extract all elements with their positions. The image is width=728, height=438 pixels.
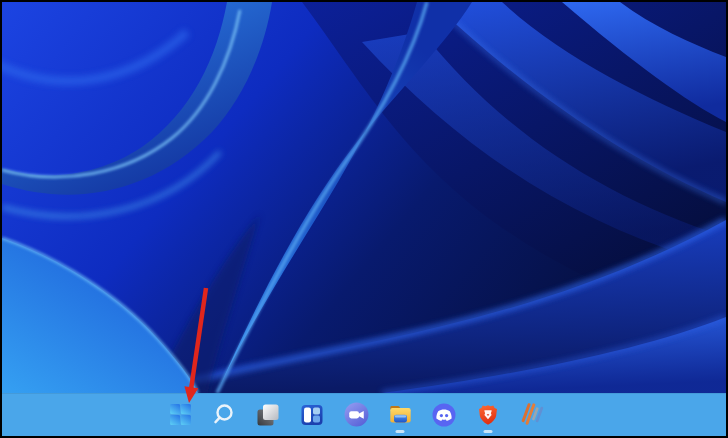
- discord-button[interactable]: [424, 395, 464, 435]
- task-view-icon: [255, 402, 281, 428]
- taskbar: [2, 393, 726, 436]
- windows-start-icon: [167, 401, 194, 428]
- running-indicator: [396, 430, 405, 433]
- discord-icon: [431, 402, 457, 428]
- file-explorer-button[interactable]: [380, 395, 420, 435]
- brave-button[interactable]: [468, 395, 508, 435]
- search-button[interactable]: [204, 395, 244, 435]
- diagonal-stripes-app-icon: [519, 401, 546, 428]
- chat-camera-icon: [343, 401, 370, 428]
- task-view-button[interactable]: [248, 395, 288, 435]
- widgets-button[interactable]: [292, 395, 332, 435]
- taskbar-icon-group: [160, 393, 552, 436]
- screenshot-root: [0, 0, 728, 438]
- chat-button[interactable]: [336, 395, 376, 435]
- file-explorer-icon: [387, 401, 414, 428]
- search-icon: [211, 402, 237, 428]
- desktop-wallpaper: [2, 2, 726, 393]
- striped-app-button[interactable]: [512, 395, 552, 435]
- brave-icon: [475, 402, 501, 428]
- running-indicator: [484, 430, 493, 433]
- widgets-icon: [299, 402, 325, 428]
- start-button[interactable]: [160, 395, 200, 435]
- windows-11-bloom-wallpaper: [2, 2, 726, 393]
